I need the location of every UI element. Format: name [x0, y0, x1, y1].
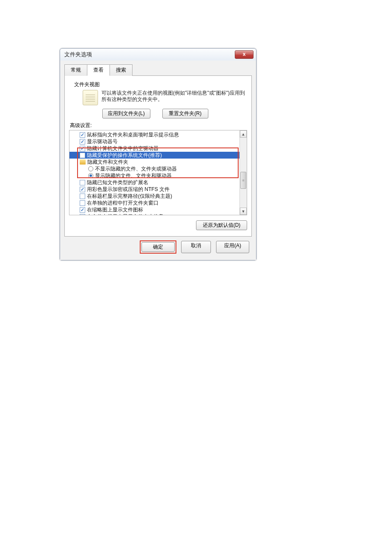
folderview-desc: 可以将该文件夹正在使用的视图(例如"详细信息"或"图标")应用到所有这种类型的文…: [101, 90, 245, 103]
advanced-label: 高级设置:: [70, 122, 247, 129]
adv-item-label: 在标题栏显示完整路径(仅限经典主题): [87, 193, 172, 199]
adv-item[interactable]: 显示隐藏的文件、文件夹和驱动器: [69, 172, 239, 179]
ok-button[interactable]: 确定: [141, 242, 175, 252]
checkbox-icon[interactable]: [80, 146, 85, 151]
checkbox-icon[interactable]: [80, 139, 85, 145]
close-button[interactable]: x: [235, 50, 254, 59]
checkbox-icon[interactable]: [80, 153, 85, 158]
dialog-client: 常规 查看 搜索 文件夹视图 可以将该文件夹正在使用的视图(例如"详细信息"或"…: [60, 61, 256, 260]
folder-options-dialog: 文件夹选项 x 常规 查看 搜索 文件夹视图 可以将该文件夹正在使用的视图(例如…: [60, 48, 257, 260]
adv-item-label: 隐藏已知文件类型的扩展名: [87, 179, 148, 186]
adv-item[interactable]: 在单独的进程中打开文件夹窗口: [69, 199, 239, 206]
adv-item-label: 鼠标指向文件夹和桌面项时显示提示信息: [87, 131, 179, 138]
restore-defaults-button[interactable]: 还原为默认值(D): [196, 220, 247, 230]
folderview-row: 可以将该文件夹正在使用的视图(例如"详细信息"或"图标")应用到所有这种类型的文…: [69, 90, 247, 105]
tab-strip: 常规 查看 搜索: [64, 64, 252, 76]
scroll-thumb[interactable]: [240, 172, 246, 189]
view-panel: 文件夹视图 可以将该文件夹正在使用的视图(例如"详细信息"或"图标")应用到所有…: [64, 75, 252, 237]
apply-to-folders-button[interactable]: 应用到文件夹(L): [102, 109, 150, 119]
radio-icon[interactable]: [88, 166, 93, 171]
tab-view[interactable]: 查看: [87, 64, 110, 76]
adv-item[interactable]: 在标题栏显示完整路径(仅限经典主题): [69, 193, 239, 199]
adv-item-label: 在单独的进程中打开文件夹窗口: [87, 199, 159, 206]
adv-item[interactable]: 显示驱动器号: [69, 138, 239, 145]
checkbox-icon[interactable]: [80, 194, 85, 199]
adv-item[interactable]: 隐藏受保护的操作系统文件(推荐): [69, 152, 239, 159]
folder-icon: [80, 159, 86, 165]
adv-item[interactable]: 隐藏文件和文件夹: [69, 159, 239, 165]
radio-icon[interactable]: [88, 173, 93, 178]
folderview-label: 文件夹视图: [74, 81, 247, 88]
adv-item[interactable]: 鼠标指向文件夹和桌面项时显示提示信息: [69, 131, 239, 138]
scroll-down-button[interactable]: ▼: [240, 208, 247, 215]
advanced-settings-box: 鼠标指向文件夹和桌面项时显示提示信息显示驱动器号隐藏计算机文件夹中的空驱动器隐藏…: [69, 130, 247, 215]
adv-item[interactable]: 隐藏计算机文件夹中的空驱动器: [69, 145, 239, 152]
ok-highlight: 确定: [140, 241, 176, 253]
folderview-buttons: 应用到文件夹(L) 重置文件夹(R): [102, 109, 247, 119]
adv-item-label: 显示隐藏的文件、文件夹和驱动器: [95, 172, 172, 179]
adv-item[interactable]: 在文件夹提示中显示文件大小信息: [69, 213, 239, 215]
scroll-up-button[interactable]: ▲: [240, 130, 247, 138]
adv-item-label: 隐藏计算机文件夹中的空驱动器: [87, 145, 159, 152]
checkbox-icon[interactable]: [80, 200, 85, 206]
dialog-button-row: 确定 取消 应用(A): [64, 237, 252, 256]
adv-item-label: 用彩色显示加密或压缩的 NTFS 文件: [87, 186, 170, 193]
checkbox-icon[interactable]: [80, 214, 85, 215]
tab-search[interactable]: 搜索: [110, 64, 133, 76]
cancel-button[interactable]: 取消: [181, 241, 211, 253]
dialog-title: 文件夹选项: [64, 51, 235, 58]
adv-item[interactable]: 用彩色显示加密或压缩的 NTFS 文件: [69, 186, 239, 193]
adv-item-label: 显示驱动器号: [87, 138, 118, 145]
checkbox-icon[interactable]: [80, 132, 85, 138]
restore-row: 还原为默认值(D): [69, 220, 247, 230]
checkbox-icon[interactable]: [80, 180, 85, 185]
adv-item[interactable]: 不显示隐藏的文件、文件夹或驱动器: [69, 165, 239, 172]
scrollbar[interactable]: ▲ ▼: [239, 130, 247, 215]
adv-item-label: 在文件夹提示中显示文件大小信息: [87, 213, 164, 215]
adv-item[interactable]: 隐藏已知文件类型的扩展名: [69, 179, 239, 186]
apply-button[interactable]: 应用(A): [216, 241, 249, 253]
titlebar[interactable]: 文件夹选项 x: [60, 49, 256, 61]
adv-item[interactable]: 在缩略图上显示文件图标: [69, 206, 239, 213]
checkbox-icon[interactable]: [80, 187, 85, 192]
reset-folders-button[interactable]: 重置文件夹(R): [162, 109, 208, 119]
adv-item-label: 在缩略图上显示文件图标: [87, 206, 143, 213]
tab-general[interactable]: 常规: [64, 64, 87, 76]
adv-item-label: 隐藏受保护的操作系统文件(推荐): [87, 152, 162, 159]
checkbox-icon[interactable]: [80, 207, 85, 213]
scroll-track[interactable]: [240, 138, 247, 208]
folder-view-icon: [83, 90, 98, 105]
adv-item-label: 隐藏文件和文件夹: [87, 159, 128, 165]
close-icon: x: [243, 51, 246, 57]
advanced-settings-list[interactable]: 鼠标指向文件夹和桌面项时显示提示信息显示驱动器号隐藏计算机文件夹中的空驱动器隐藏…: [69, 130, 239, 215]
adv-item-label: 不显示隐藏的文件、文件夹或驱动器: [95, 165, 177, 172]
